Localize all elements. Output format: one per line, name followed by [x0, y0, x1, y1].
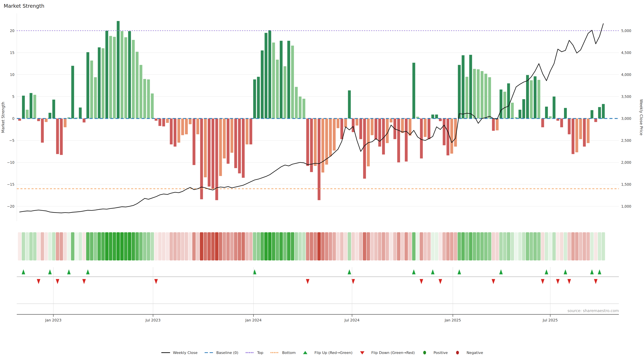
strength-bar: [507, 83, 510, 118]
heatmap-cell: [234, 232, 237, 260]
heatmap-cell: [166, 232, 169, 260]
strength-bar: [560, 118, 563, 127]
strength-bar: [238, 118, 241, 173]
strength-bar: [143, 79, 146, 118]
strength-bar: [41, 118, 44, 143]
strength-bar: [79, 108, 82, 119]
heatmap-cell: [56, 232, 59, 260]
page-title: Market Strength: [4, 3, 44, 9]
right-tick-label: 5,000: [621, 29, 631, 33]
heatmap-cell: [181, 232, 184, 260]
heatmap-cell: [208, 232, 211, 260]
heatmap-cell: [264, 232, 268, 260]
right-tick-label: 1,500: [621, 183, 631, 187]
legend-dot-sample: [250, 352, 252, 353]
heatmap-cell: [329, 232, 332, 260]
heatmap-cell: [594, 232, 598, 260]
strength-bar: [287, 41, 290, 118]
heatmap-cell: [590, 232, 594, 260]
strength-bar: [33, 95, 36, 118]
strength-bar: [30, 93, 32, 118]
heatmap-cell: [188, 232, 192, 260]
heatmap-cell: [420, 232, 423, 260]
strength-bar: [223, 118, 226, 158]
legend-label: Top: [257, 351, 263, 355]
strength-bar: [484, 74, 487, 118]
heatmap-cell: [113, 232, 116, 260]
strength-bar: [162, 118, 165, 126]
heatmap-cell: [215, 232, 218, 260]
heatmap-cell: [586, 232, 590, 260]
strength-bar: [492, 118, 495, 131]
heatmap-cell: [469, 232, 472, 260]
strength-bar: [48, 113, 51, 118]
flip-up-marker: [48, 269, 52, 274]
heatmap-cell: [177, 232, 180, 260]
strength-bar: [500, 89, 502, 118]
strength-bar: [109, 36, 112, 118]
heatmap-cell: [480, 232, 484, 260]
legend-item-top: Top: [245, 350, 263, 355]
dots-legend-swatch: [245, 350, 255, 355]
heatmap-cell: [291, 232, 294, 260]
strength-bar: [488, 77, 491, 118]
heatmap-cell: [306, 232, 309, 260]
strength-bar: [602, 104, 605, 118]
heatmap-cell: [173, 232, 176, 260]
strength-bar: [530, 80, 533, 118]
heatmap-cell: [86, 232, 90, 260]
heatmap-cell: [355, 232, 358, 260]
strength-bar: [234, 118, 237, 168]
strength-bar: [541, 118, 544, 127]
strength-bar: [102, 48, 104, 118]
heatmap-cell: [556, 232, 560, 260]
legend-label: Weekly Close: [173, 351, 198, 355]
heatmap-cell: [283, 232, 286, 260]
heatmap-cell: [533, 232, 537, 260]
heatmap-cell: [71, 232, 74, 260]
flip-up-marker: [458, 269, 461, 274]
legend-item-flip-up-red-green: Flip Up (Red→Green): [302, 350, 352, 355]
heatmap-cell: [571, 232, 574, 260]
legend-item-baseline-0: Baseline (0): [204, 350, 238, 355]
strength-bar: [446, 118, 449, 155]
right-tick-label: 1,000: [621, 204, 631, 209]
right-tick-label: 4,000: [621, 73, 631, 77]
bottom-axis: Jan 2023Jul 2023Jan 2024Jul 2024Jan 2025…: [17, 267, 619, 322]
strength-bar: [594, 118, 597, 122]
legend-dot-sample: [270, 352, 272, 353]
heatmap-cell: [401, 232, 404, 260]
heatmap-cell: [344, 232, 347, 260]
strength-bar: [412, 63, 415, 118]
strength-bar: [219, 118, 222, 176]
strength-bar: [242, 118, 245, 178]
strength-bar: [329, 118, 332, 156]
heatmap-cell: [147, 232, 150, 260]
flip-down-marker: [82, 279, 86, 284]
heatmap-cell: [242, 232, 245, 260]
legend-dot-sample: [276, 352, 277, 353]
heatmap-cell: [192, 232, 196, 260]
strength-bar: [113, 37, 116, 118]
heatmap-cell: [545, 232, 548, 260]
x-tick-label: Jan 2025: [444, 318, 461, 322]
right-tick-label: 3,500: [621, 95, 631, 99]
heatmap-cell: [325, 232, 328, 260]
heatmap-cell: [48, 232, 52, 260]
strength-bar: [443, 118, 446, 145]
heatmap-cell: [548, 232, 552, 260]
heatmap-cell: [295, 232, 298, 260]
right-axis-label: Weekly Close Price: [639, 99, 644, 135]
heatmap-cell: [196, 232, 200, 260]
heatmap-cell: [507, 232, 510, 260]
strength-bar: [344, 118, 347, 127]
strength-bar: [534, 76, 536, 118]
strength-bar: [120, 31, 124, 118]
strength-bar: [90, 60, 93, 118]
heatmap-cell: [336, 232, 340, 260]
heatmap-cell: [352, 232, 355, 260]
heatmap-cell: [310, 232, 313, 260]
strength-bar: [477, 69, 480, 118]
strength-bar: [291, 45, 294, 118]
heatmap-cell: [150, 232, 154, 260]
